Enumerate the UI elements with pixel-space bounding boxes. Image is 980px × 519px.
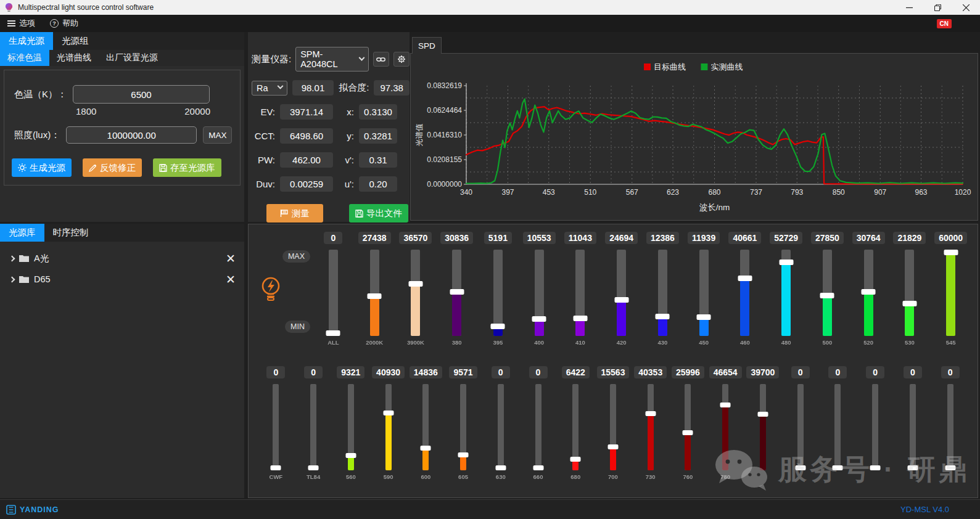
slider-track[interactable] xyxy=(905,250,914,336)
lux-max-button[interactable]: MAX xyxy=(203,126,232,144)
slider-thumb[interactable] xyxy=(862,289,876,295)
slider-track[interactable] xyxy=(460,384,466,470)
slider-track[interactable] xyxy=(310,384,316,470)
restore-button[interactable] xyxy=(923,0,952,15)
cct-input[interactable] xyxy=(73,85,210,104)
slider-thumb[interactable] xyxy=(656,314,670,319)
minimize-button[interactable] xyxy=(895,0,923,15)
slider-value-box[interactable]: 0 xyxy=(791,366,810,378)
metric-select[interactable]: Ra xyxy=(252,81,287,96)
slider-track[interactable] xyxy=(370,250,379,336)
slider-thumb[interactable] xyxy=(573,316,587,321)
slider-value-box[interactable]: 40930 xyxy=(372,366,405,378)
slider-thumb[interactable] xyxy=(820,293,834,298)
slider-track[interactable] xyxy=(947,384,953,470)
slider-value-box[interactable]: 0 xyxy=(324,232,342,244)
slider-value-box[interactable]: 11043 xyxy=(564,232,596,244)
delete-item-icon[interactable]: ✕ xyxy=(226,274,236,285)
slider-value-box[interactable]: 27850 xyxy=(811,232,844,244)
slider-thumb[interactable] xyxy=(326,330,340,336)
slider-track[interactable] xyxy=(760,384,766,470)
slider-value-box[interactable]: 30836 xyxy=(440,232,473,244)
slider-thumb[interactable] xyxy=(421,446,431,451)
slider-value-box[interactable]: 0 xyxy=(828,366,847,378)
slider-track[interactable] xyxy=(572,384,579,470)
slider-value-box[interactable]: 40353 xyxy=(634,366,667,378)
slider-value-box[interactable]: 0 xyxy=(492,366,510,378)
tab-source-group[interactable]: 光源组 xyxy=(53,32,97,50)
tab-generate-source[interactable]: 生成光源 xyxy=(0,32,53,50)
slider-thumb[interactable] xyxy=(491,324,505,329)
subtab-standard-cct[interactable]: 标准色温 xyxy=(0,50,49,66)
slider-track[interactable] xyxy=(535,384,541,470)
slider-thumb[interactable] xyxy=(870,465,881,470)
slider-track[interactable] xyxy=(872,384,878,470)
slider-value-box[interactable]: 0 xyxy=(529,366,548,378)
expand-chevron-icon[interactable] xyxy=(9,276,15,282)
slider-track[interactable] xyxy=(946,250,955,336)
slider-thumb[interactable] xyxy=(779,260,793,265)
slider-track[interactable] xyxy=(685,384,691,470)
expand-chevron-icon[interactable] xyxy=(9,255,15,261)
slider-track[interactable] xyxy=(834,384,841,470)
slider-track[interactable] xyxy=(797,384,804,470)
slider-thumb[interactable] xyxy=(345,453,356,458)
slider-value-box[interactable]: 21829 xyxy=(893,232,926,244)
slider-thumb[interactable] xyxy=(944,250,958,255)
readout-value[interactable]: 0.20 xyxy=(359,176,397,192)
slider-value-box[interactable]: 0 xyxy=(941,366,960,378)
slider-value-box[interactable]: 46654 xyxy=(709,366,742,378)
fit-value-box[interactable]: 97.38 xyxy=(374,80,410,96)
language-badge[interactable]: CN xyxy=(937,19,952,28)
slider-value-box[interactable]: 36570 xyxy=(399,232,432,244)
slider-value-box[interactable]: 10553 xyxy=(523,232,556,244)
slider-track[interactable] xyxy=(699,250,709,336)
slider-thumb[interactable] xyxy=(495,465,506,470)
slider-value-box[interactable]: 30764 xyxy=(852,232,885,244)
slider-track[interactable] xyxy=(648,384,654,470)
feedback-correct-button[interactable]: 反馈修正 xyxy=(83,158,142,177)
slider-thumb[interactable] xyxy=(607,444,618,449)
tab-sequence-control[interactable]: 时序控制 xyxy=(44,224,97,242)
slider-track[interactable] xyxy=(348,384,354,470)
readout-value[interactable]: 6498.60 xyxy=(280,128,333,144)
slider-thumb[interactable] xyxy=(383,411,393,415)
menu-options[interactable]: 选项 xyxy=(0,15,43,32)
slider-thumb[interactable] xyxy=(271,465,281,470)
slider-thumb[interactable] xyxy=(532,316,546,322)
slider-value-box[interactable]: 0 xyxy=(304,366,323,378)
slider-thumb[interactable] xyxy=(408,281,422,287)
connect-link-button[interactable] xyxy=(373,52,389,67)
slider-track[interactable] xyxy=(864,250,873,336)
slider-track[interactable] xyxy=(385,384,392,470)
slider-value-box[interactable]: 9571 xyxy=(449,366,477,378)
slider-value-box[interactable]: 60000 xyxy=(934,232,967,244)
tab-source-library[interactable]: 光源库 xyxy=(0,224,44,242)
slider-track[interactable] xyxy=(740,250,749,336)
subtab-spectral-curve[interactable]: 光谱曲线 xyxy=(49,50,99,66)
slider-thumb[interactable] xyxy=(614,297,628,303)
slider-track[interactable] xyxy=(329,250,338,336)
slider-thumb[interactable] xyxy=(833,465,843,470)
slider-thumb[interactable] xyxy=(945,465,955,470)
slider-value-box[interactable]: 40661 xyxy=(728,232,761,244)
slider-track[interactable] xyxy=(411,250,420,336)
close-button[interactable] xyxy=(952,0,980,15)
slider-value-box[interactable]: 52729 xyxy=(770,232,802,244)
slider-track[interactable] xyxy=(610,384,616,470)
slider-thumb[interactable] xyxy=(697,314,711,320)
readout-value[interactable]: 0.31 xyxy=(359,152,397,168)
metric-value-box[interactable]: 98.01 xyxy=(292,80,334,96)
tree-item-d65[interactable]: D65 ✕ xyxy=(0,269,244,290)
slider-value-box[interactable]: 24694 xyxy=(605,232,638,244)
lux-input[interactable] xyxy=(66,126,197,144)
slider-track[interactable] xyxy=(658,250,667,336)
slider-track[interactable] xyxy=(910,384,916,470)
subtab-factory-source[interactable]: 出厂设置光源 xyxy=(99,50,165,66)
slider-track[interactable] xyxy=(273,384,279,470)
slider-value-box[interactable]: 0 xyxy=(266,366,285,378)
slider-track[interactable] xyxy=(535,250,544,336)
slider-track[interactable] xyxy=(498,384,504,470)
readout-value[interactable]: 0.3281 xyxy=(359,128,397,144)
slider-thumb[interactable] xyxy=(720,403,731,407)
